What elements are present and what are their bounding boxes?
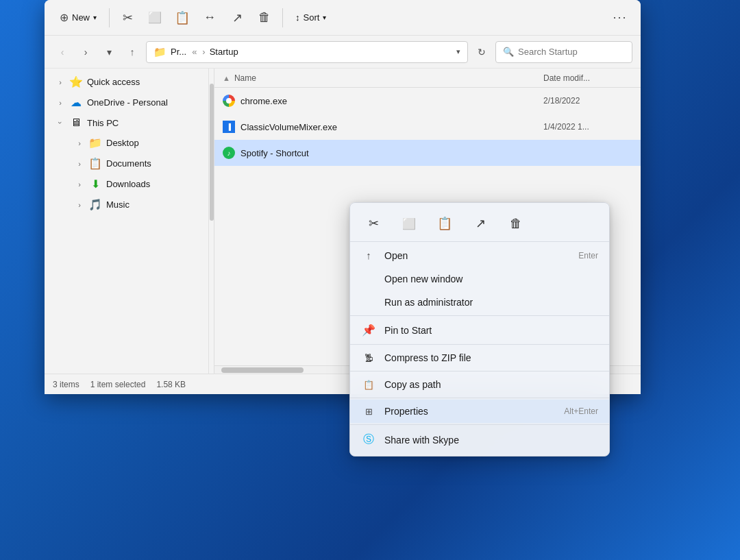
paste-button[interactable]: 📋 [170, 5, 195, 30]
file-item-chrome[interactable]: chrome.exe 2/18/2022 [214, 88, 641, 114]
address-bar[interactable]: 📁 Pr... « › Startup ▾ [146, 41, 468, 63]
selected-info: 1 item selected [90, 380, 146, 389]
ctx-copy-path-label: Copy as path [384, 379, 598, 390]
ctx-item-zip[interactable]: 🗜 Compress to ZIP file [350, 346, 609, 369]
more-icon: ··· [613, 10, 627, 25]
sort-icon: ↕ [295, 12, 300, 23]
ctx-item-share-skype[interactable]: Ⓢ Share with Skype [350, 426, 609, 453]
chevron-icon: › [75, 160, 84, 168]
ctx-copy-path-icon: 📋 [361, 380, 376, 390]
ctx-skype-icon: Ⓢ [361, 433, 376, 447]
sort-toggle-icon[interactable]: ▲ [223, 74, 230, 82]
address-row: ‹ › ▾ ↑ 📁 Pr... « › Startup ▾ ↻ 🔍 [45, 36, 641, 69]
chevron-icon: › [75, 201, 84, 209]
sidebar-label-quick-access: Quick access [87, 77, 200, 87]
ctx-separator-4 [350, 398, 609, 398]
sidebar-label-desktop: Desktop [106, 138, 200, 148]
search-input[interactable] [518, 47, 625, 57]
sidebar-label-onedrive: OneDrive - Personal [87, 97, 200, 108]
ctx-open-new-label: Open new window [384, 273, 598, 284]
copy-button[interactable]: ⬜ [143, 5, 167, 30]
ctx-item-run-admin[interactable]: Run as administrator [350, 291, 609, 314]
sidebar-item-desktop[interactable]: › 📁 Desktop [47, 133, 206, 153]
file-item-classicvol[interactable]: ▐ ClassicVolumeMixer.exe 1/4/2022 1... [214, 114, 641, 140]
ctx-delete-icon: 🗑 [510, 217, 522, 231]
ctx-pin-icon: 📌 [361, 324, 376, 337]
ctx-delete-button[interactable]: 🗑 [504, 211, 528, 236]
ctx-properties-label: Properties [384, 406, 556, 417]
chevron-icon: › [56, 99, 65, 107]
documents-icon: 📋 [88, 157, 102, 170]
ctx-zip-label: Compress to ZIP file [384, 352, 598, 363]
this-pc-icon: 🖥 [69, 117, 83, 129]
spotify-icon: ♪ [223, 147, 235, 159]
delete-button[interactable]: 🗑 [252, 5, 277, 30]
sort-label: Sort [304, 12, 320, 23]
file-name-classicvol: ClassicVolumeMixer.exe [241, 122, 538, 132]
ctx-paste-button[interactable]: 📋 [432, 211, 457, 236]
sidebar-item-onedrive[interactable]: › ☁ OneDrive - Personal [47, 93, 206, 112]
col-name-header[interactable]: Name [234, 73, 543, 83]
search-box[interactable]: 🔍 [495, 41, 632, 63]
file-date-chrome: 2/18/2022 [543, 96, 632, 106]
back-button[interactable]: ‹ [53, 42, 72, 62]
sidebar-label-downloads: Downloads [106, 179, 200, 189]
ctx-paste-icon: 📋 [437, 216, 452, 231]
ctx-copy-button[interactable]: ⬜ [397, 211, 421, 236]
music-icon: 🎵 [88, 198, 102, 211]
sidebar-item-music[interactable]: › 🎵 Music [47, 195, 206, 215]
context-menu-toolbar: ✂ ⬜ 📋 ↗ 🗑 [350, 206, 609, 242]
refresh-button[interactable]: ↻ [472, 42, 491, 62]
ctx-share-icon: ↗ [476, 216, 486, 231]
sidebar-scrollbar[interactable] [209, 69, 214, 374]
cut-icon: ✂ [123, 10, 133, 25]
ctx-item-open-new-window[interactable]: Open new window [350, 267, 609, 291]
search-icon: 🔍 [503, 47, 514, 57]
new-label: New [72, 12, 90, 23]
ctx-item-open[interactable]: ↑ Open Enter [350, 243, 609, 267]
sort-button[interactable]: ↕ Sort ▾ [288, 9, 333, 26]
ctx-open-label: Open [384, 250, 570, 261]
new-button[interactable]: ⊕ New ▾ [53, 8, 103, 27]
sidebar-item-documents[interactable]: › 📋 Documents [47, 154, 206, 173]
address-path-arrow: › [202, 47, 205, 57]
sidebar: › ⭐ Quick access › ☁ OneDrive - Personal… [45, 69, 209, 374]
ctx-separator-2 [350, 344, 609, 345]
sidebar-item-downloads[interactable]: › ⬇ Downloads [47, 174, 206, 194]
file-list-header: ▲ Name Date modif... [214, 69, 641, 88]
more-options-button[interactable]: ··· [608, 5, 632, 30]
ctx-item-pin[interactable]: 📌 Pin to Start [350, 317, 609, 343]
address-path-short: Pr... [171, 47, 186, 57]
ctx-cut-icon: ✂ [369, 216, 379, 231]
divider-1 [109, 8, 110, 27]
paste-icon: 📋 [175, 10, 190, 25]
cut-button[interactable]: ✂ [115, 5, 140, 30]
sidebar-label-documents: Documents [106, 158, 200, 169]
ctx-item-copy-path[interactable]: 📋 Copy as path [350, 373, 609, 396]
sidebar-item-this-pc[interactable]: › 🖥 This PC [47, 113, 206, 132]
sidebar-item-quick-access[interactable]: › ⭐ Quick access [47, 72, 206, 92]
ctx-share-button[interactable]: ↗ [468, 211, 493, 236]
downloads-icon: ⬇ [88, 178, 102, 191]
ctx-item-properties[interactable]: ⊞ Properties Alt+Enter [350, 400, 609, 423]
context-menu: ✂ ⬜ 📋 ↗ 🗑 ↑ Open Enter Open new window R… [349, 202, 610, 456]
file-item-spotify[interactable]: ♪ Spotify - Shortcut [214, 140, 641, 166]
forward-button[interactable]: › [76, 42, 95, 62]
address-chevron-icon[interactable]: ▾ [456, 47, 460, 56]
folder-icon: 📁 [153, 46, 166, 58]
recent-locations-button[interactable]: ▾ [99, 42, 119, 62]
ctx-open-icon: ↑ [361, 249, 376, 261]
ctx-cut-button[interactable]: ✂ [361, 211, 386, 236]
onedrive-icon: ☁ [69, 96, 83, 109]
sidebar-label-music: Music [106, 199, 200, 210]
forward-icon: › [84, 47, 88, 58]
file-name-chrome: chrome.exe [241, 96, 538, 106]
sort-chevron-icon: ▾ [323, 14, 326, 21]
rename-button[interactable]: ↔ [197, 5, 222, 30]
ctx-run-admin-label: Run as administrator [384, 297, 598, 308]
up-button[interactable]: ↑ [123, 42, 142, 62]
chevron-icon: › [75, 180, 84, 188]
ctx-properties-shortcut: Alt+Enter [564, 406, 598, 416]
share-button[interactable]: ↗ [225, 5, 249, 30]
col-date-header[interactable]: Date modif... [543, 73, 632, 83]
